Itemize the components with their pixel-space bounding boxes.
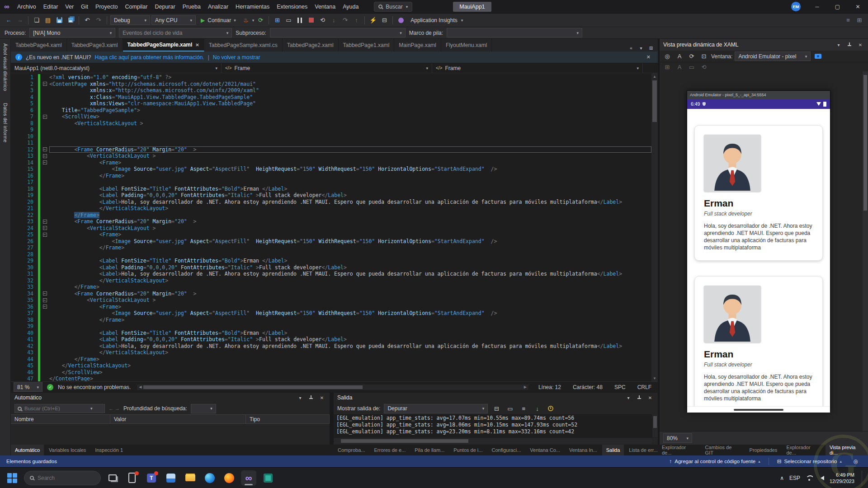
scrollbar-thumb[interactable] [652,80,657,122]
code-line-11[interactable]: 11 [11,140,651,146]
back-icon[interactable]: ← [4,15,14,25]
restart-app-icon[interactable]: ⟳ [255,15,265,25]
code-line-20[interactable]: 20 <Label>Hola, soy desarrollador de .NE… [11,199,651,206]
code-line-6[interactable]: 6 Title="TabbedPageSample"> [11,107,651,114]
code-line-36[interactable]: 36− <Frame> [11,304,651,310]
clock[interactable]: 6:49 PM 12/29/2023 [830,472,854,484]
code-line-45[interactable]: 45 </VerticalStackLayout> [11,362,651,369]
collapse-icon[interactable]: − [43,305,47,309]
scroll-up-icon[interactable]: ▲ [651,73,658,80]
collapse-icon[interactable]: − [43,291,47,296]
sync-zoom-icon[interactable]: ⟲ [699,62,709,72]
code-line-2[interactable]: 2−<ContentPage xmlns="http://schemas.mic… [11,81,651,88]
menu-git[interactable]: Git [77,0,92,13]
open-folder-icon[interactable]: ▤ [43,15,53,25]
code-line-18[interactable]: 18 <Label FontSize="Title" FontAttribute… [11,186,651,192]
redo-icon[interactable]: ↷ [94,15,104,25]
menu-archivo[interactable]: Archivo [14,0,40,13]
collapse-icon[interactable]: − [43,154,47,158]
side-tab-1[interactable]: Datos del informe [3,103,8,142]
popout-preview-icon[interactable]: ⊡ [699,52,709,61]
close-icon[interactable]: ✕ [856,41,864,48]
code-line-32[interactable]: 32 </VerticalStackLayout> [11,277,651,284]
code-line-14[interactable]: 14− <Frame> [11,160,651,166]
code-line-43[interactable]: 43 </VerticalStackLayout> [11,349,651,356]
step-out-icon[interactable]: ↑ [351,15,361,25]
platform-dropdown[interactable]: Any CPU▾ [151,15,196,25]
code-line-28[interactable]: 28 [11,251,651,258]
scroll-down-icon[interactable]: ▼ [651,375,658,381]
show-labels-icon[interactable]: A [675,52,684,61]
menu-compilar[interactable]: Compilar [121,0,151,13]
preview-zoom-dropdown[interactable]: 80% ▾ [663,433,692,443]
output-vertical-scrollbar[interactable] [652,414,658,437]
app-insights-icon[interactable] [396,15,406,25]
app-insights-dropdown[interactable]: Application Insights▾ [407,15,466,25]
panel-tab-Puntos de i...[interactable]: Puntos de i... [449,445,486,455]
panel-tab-Cambios de GIT[interactable]: Cambios de GIT [701,445,745,455]
save-all-icon[interactable] [66,15,75,25]
output-log[interactable]: [EGL_emulation] app_time_stats: avg=17.0… [334,414,658,438]
debug-target-dropdown[interactable]: Debug▾ [110,15,150,25]
panel-tab-Variables locales[interactable]: Variables locales [45,445,90,455]
step-over-icon[interactable]: ↷ [340,15,350,25]
scroll-tabs-left-icon[interactable]: « [627,44,635,52]
breadcrumb-segment-0[interactable]: MauiApp1 (net8.0-maccatalyst)▾ [11,63,222,73]
panel-tab-Salida[interactable]: Salida [602,445,624,455]
code-line-25[interactable]: 25− <Frame> [11,231,651,238]
stop-icon[interactable] [306,15,316,25]
editor-vertical-scrollbar[interactable]: ▲ ▼ [651,73,658,381]
pin-icon[interactable] [307,394,315,401]
select-element-icon[interactable]: ◎ [662,52,672,61]
editor-horizontal-scrollbar[interactable]: ◀ ▶ [137,385,528,390]
menu-ayuda[interactable]: Ayuda [339,0,362,13]
menu-prueba[interactable]: Prueba [179,0,204,13]
code-line-44[interactable]: 44 </Frame> [11,356,651,363]
code-line-29[interactable]: 29 <Label FontSize="Title" FontAttribute… [11,258,651,264]
forward-icon[interactable]: → [15,15,25,25]
output-source-dropdown[interactable]: Depurar ▾ [384,404,488,413]
tab-TabbedPageSample.xaml[interactable]: TabbedPageSample.xaml✕ [123,39,204,52]
panel-tab-Propiedades[interactable]: Propiedades [745,445,782,455]
tab-FlyoutMenu.xaml[interactable]: FlyoutMenu.xaml [441,39,492,52]
collapse-icon[interactable]: − [43,220,47,224]
panel-tab-Explorador de...[interactable]: Explorador de... [782,445,825,455]
code-line-1[interactable]: 1<?xml version="1.0" encoding="utf-8" ?> [11,74,651,81]
code-line-34[interactable]: 34− <Frame CornerRadius="20" Margin="20"… [11,291,651,297]
break-all-icon[interactable] [295,15,305,25]
code-line-3[interactable]: 3 xmlns:x="http://schemas.microsoft.com/… [11,87,651,94]
breadcrumb-segment-1[interactable]: </>Frame▾ [222,63,432,73]
autos-search-input[interactable] [24,406,88,411]
menu-extensiones[interactable]: Extensiones [273,0,311,13]
menu-ver[interactable]: Ver [61,0,77,13]
infobar-dismiss-link[interactable]: No volver a mostrar [213,54,260,61]
code-line-37[interactable]: 37 <Image Source="user.jpg" Aspect="Aspe… [11,310,651,317]
emulator-icon[interactable] [260,470,276,486]
menu-analizar[interactable]: Analizar [204,0,232,13]
file-explorer-icon[interactable] [183,470,198,486]
toolbar-overflow-icon[interactable]: ≡ [843,15,853,25]
panel-tab-Errores de e...[interactable]: Errores de e... [370,445,410,455]
preview-window-dropdown[interactable]: Android Emulator - pixel ▾ [735,52,811,61]
collapse-icon[interactable]: − [43,233,47,237]
code-editor[interactable]: 1<?xml version="1.0" encoding="utf-8" ?>… [11,73,658,381]
code-line-24[interactable]: 24− <VerticalStackLayout > [11,225,651,232]
panel-splitter[interactable] [330,392,334,445]
close-icon[interactable]: ✕ [318,394,326,401]
add-to-source-control-button[interactable]: ↑ Agregar al control de código fuente ▴ [666,455,764,467]
android-emulator-window[interactable]: Android Emulator - pixel_5_-_api_34:5554… [687,90,830,412]
code-line-7[interactable]: 7− <ScrollView> [11,113,651,120]
column-header-valor[interactable]: Valor [110,415,246,423]
tab-TabbedPage2.xaml[interactable]: TabbedPage2.xaml [283,39,339,52]
taskbar-search-input[interactable] [38,475,87,481]
collapse-icon[interactable]: − [43,147,47,151]
chevron-down-icon[interactable]: ▾ [252,18,255,23]
select-repository-button[interactable]: ⊟ Seleccionar repositorio ▴ [774,455,845,467]
tab-TabbedPage1.xaml[interactable]: TabbedPage1.xaml [339,39,395,52]
code-line-12[interactable]: 12− <Frame CornerRadius="20" Margin="20"… [11,146,651,153]
minimize-button[interactable]: ─ [807,0,827,13]
taskbar-search[interactable] [24,471,101,485]
chevron-down-icon[interactable]: ▾ [624,394,632,401]
code-line-47[interactable]: 47</ContentPage> [11,375,651,381]
window-layout-icon[interactable]: ⊞ [647,44,655,52]
